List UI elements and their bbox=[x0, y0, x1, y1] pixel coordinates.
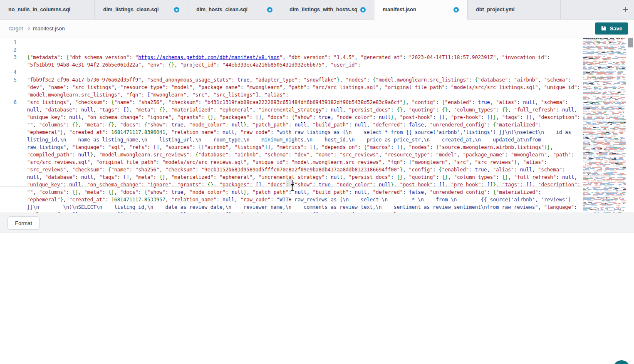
tab-bar-spacer bbox=[561, 0, 616, 20]
tab-dbt-project-yml[interactable]: dbt_project.yml bbox=[468, 0, 561, 20]
tab-label: no_nulls_in_columns.sql bbox=[8, 7, 70, 12]
line-number: 6 bbox=[0, 99, 17, 106]
breadcrumb-file: manifest.json bbox=[33, 25, 65, 32]
tab-dim-listings-clean-sql[interactable]: dim_listings_clean.sql bbox=[95, 0, 188, 20]
line-number: 2 bbox=[0, 46, 17, 54]
line-number: 5 bbox=[0, 76, 17, 84]
tab-label: dbt_project.yml bbox=[476, 7, 515, 12]
save-button[interactable]: Save bbox=[595, 22, 628, 35]
plus-icon bbox=[622, 6, 629, 13]
code-line-content: "fbb9f3c2-cf96-4a17-b736-976a62d35ff9", … bbox=[27, 76, 582, 99]
unsaved-changes-icon[interactable] bbox=[174, 7, 179, 12]
help-widget-button[interactable] bbox=[613, 360, 630, 364]
format-toolbar: Format bbox=[0, 213, 634, 233]
tab-label: manifest.json bbox=[383, 7, 416, 12]
tab-no-nulls-in-columns-sql[interactable]: no_nulls_in_columns.sql bbox=[0, 0, 95, 20]
code-line-content bbox=[27, 46, 582, 54]
code-line[interactable]: 6"src_listings", "checksum": {"name": "s… bbox=[0, 99, 582, 213]
tab-dim-hosts-clean-sql[interactable]: dim_hosts_clean.sql bbox=[188, 0, 281, 20]
code-line-content: "src_listings", "checksum": {"name": "sh… bbox=[27, 99, 582, 213]
file-header-bar: target manifest.json Save bbox=[0, 20, 634, 37]
line-number: 4 bbox=[0, 69, 17, 76]
code-line[interactable]: 2 bbox=[0, 46, 582, 54]
format-button[interactable]: Format bbox=[7, 216, 40, 230]
code-lines[interactable]: 1 2 3{"metadata": {"dbt_schema_version":… bbox=[0, 37, 582, 213]
save-icon bbox=[601, 25, 607, 31]
code-line[interactable]: 1 bbox=[0, 39, 582, 46]
code-line-content bbox=[27, 69, 582, 76]
code-line-content: {"metadata": {"dbt_schema_version": "htt… bbox=[27, 54, 582, 69]
editor-scrollbar[interactable] bbox=[627, 37, 634, 213]
tab-bar: no_nulls_in_columns.sqldim_listings_clea… bbox=[0, 0, 634, 20]
breadcrumb-folder[interactable]: target bbox=[9, 25, 23, 32]
tab-label: dim_listings_clean.sql bbox=[103, 7, 158, 12]
tab-dim-listings-with-hosts-sql[interactable]: dim_listings_with_hosts.sql bbox=[281, 0, 374, 20]
unsaved-changes-icon[interactable] bbox=[360, 7, 366, 12]
save-button-label: Save bbox=[610, 25, 622, 32]
code-line[interactable]: 3{"metadata": {"dbt_schema_version": "ht… bbox=[0, 54, 582, 69]
code-line[interactable]: 5"fbb9f3c2-cf96-4a17-b736-976a62d35ff9",… bbox=[0, 76, 582, 99]
code-line[interactable]: 4 bbox=[0, 69, 582, 76]
unsaved-changes-icon[interactable] bbox=[267, 7, 272, 12]
tab-label: dim_hosts_clean.sql bbox=[196, 7, 248, 12]
unsaved-changes-icon[interactable] bbox=[453, 7, 459, 12]
minimap[interactable] bbox=[582, 37, 626, 213]
tab-label: dim_listings_with_hosts.sql bbox=[290, 7, 357, 12]
line-number: 1 bbox=[0, 39, 17, 46]
tab-manifest-json[interactable]: manifest.json bbox=[374, 0, 468, 20]
chevron-right-icon bbox=[26, 26, 31, 31]
new-tab-button[interactable] bbox=[616, 0, 634, 20]
code-line-content bbox=[27, 39, 582, 46]
code-editor[interactable]: 1 2 3{"metadata": {"dbt_schema_version":… bbox=[0, 37, 634, 213]
scrollbar-thumb[interactable] bbox=[628, 38, 633, 47]
line-number: 3 bbox=[0, 54, 17, 61]
